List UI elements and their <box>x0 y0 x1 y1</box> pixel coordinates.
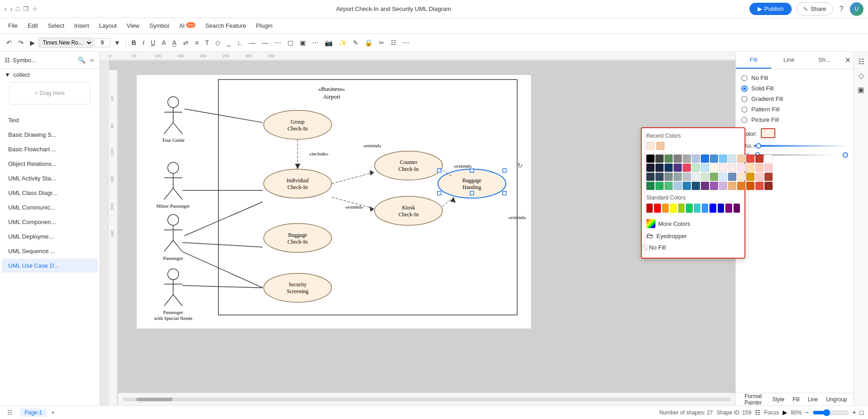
cg-r3-1[interactable] <box>646 173 655 181</box>
color-grid-5[interactable] <box>692 155 700 163</box>
std-8[interactable] <box>702 204 708 213</box>
sidebar-item-basic-drawing[interactable]: Basic Drawing S... <box>2 128 98 142</box>
cg-r3-11[interactable] <box>737 173 745 181</box>
std-12[interactable] <box>734 204 740 213</box>
sidebar-item-uml-communication[interactable]: UML Communic... <box>2 200 98 214</box>
cg-r3-8[interactable] <box>710 173 718 181</box>
eyedropper-row[interactable]: 🗁 Eyedropper <box>646 230 740 242</box>
color-grid-8[interactable] <box>719 155 727 163</box>
cg-r3-7[interactable] <box>701 173 709 181</box>
cg-r4-1[interactable] <box>646 182 655 190</box>
layers-button[interactable]: ☷ <box>755 409 760 416</box>
connector-button[interactable]: ∟ <box>234 37 246 48</box>
color-preview-swatch[interactable] <box>761 128 775 138</box>
color-grid-7[interactable] <box>710 155 718 163</box>
publish-button[interactable]: ▶ Publish <box>749 3 792 15</box>
edit-button[interactable]: ✎ <box>350 37 361 48</box>
line-style2-button[interactable]: ― <box>259 37 271 48</box>
focus-icon[interactable]: ▶ <box>783 409 787 416</box>
cg-r3-14[interactable] <box>764 173 773 181</box>
fill-option-picture[interactable]: Picture Fill <box>741 116 848 123</box>
std-7[interactable] <box>694 204 700 213</box>
cg-r2-4[interactable] <box>674 164 682 172</box>
fill-option-pattern[interactable]: Pattern Fill <box>741 106 848 113</box>
cg-r2-14[interactable] <box>764 164 773 172</box>
cg-r3-5[interactable] <box>683 173 691 181</box>
indent-button[interactable]: ≡ <box>192 37 201 48</box>
align-button[interactable]: ⇄ <box>180 37 191 48</box>
page-tab-1[interactable]: Page-1 <box>20 409 47 417</box>
menu-file[interactable]: File <box>4 20 22 31</box>
sidebar-item-basic-flowchart[interactable]: Basic Flowchart ... <box>2 142 98 156</box>
cg-r2-9[interactable] <box>719 164 727 172</box>
menu-view[interactable]: View <box>122 20 144 31</box>
std-5[interactable] <box>678 204 684 213</box>
cg-r3-2[interactable] <box>655 173 664 181</box>
panel-icon-3[interactable]: ▣ <box>856 84 866 96</box>
shape-button[interactable]: ▢ <box>285 37 296 48</box>
menu-insert[interactable]: Insert <box>70 20 94 31</box>
image-button[interactable]: 📷 <box>322 37 335 48</box>
ungroup-button[interactable]: Ungroup <box>823 395 850 404</box>
more1-button[interactable]: ⋯ <box>309 37 321 48</box>
std-11[interactable] <box>725 204 732 213</box>
cg-r2-2[interactable] <box>655 164 664 172</box>
cursor-button[interactable]: ▶ <box>27 37 38 48</box>
style-button[interactable]: Style <box>769 395 787 404</box>
cg-r4-3[interactable] <box>665 182 673 190</box>
cg-r4-5[interactable] <box>683 182 691 190</box>
share-button[interactable]: ⤡ Share <box>796 2 833 15</box>
drag-area[interactable]: + Drag Here <box>9 82 90 105</box>
cg-r3-10[interactable] <box>728 173 736 181</box>
color-white[interactable] <box>764 155 773 163</box>
menu-select[interactable]: Select <box>43 20 69 31</box>
sidebar-item-uml-deployment[interactable]: UML Deployme... <box>2 229 98 244</box>
text-style-button[interactable]: T <box>203 37 212 48</box>
shade-thumb[interactable] <box>756 143 761 149</box>
cg-r2-1[interactable] <box>646 164 655 172</box>
cg-r4-12[interactable] <box>746 182 754 190</box>
std-3[interactable] <box>662 204 669 213</box>
forward-button[interactable]: › <box>10 5 13 13</box>
cg-r3-9[interactable] <box>719 173 727 181</box>
more2-button[interactable]: ⋯ <box>400 37 412 48</box>
underline-button[interactable]: U <box>148 37 158 48</box>
cg-r3-12[interactable] <box>746 173 754 181</box>
cg-r2-3[interactable] <box>665 164 673 172</box>
fill-shape-button[interactable]: ◇ <box>213 37 223 48</box>
color-grid-4[interactable] <box>683 155 691 163</box>
fill-option-solid[interactable]: Solid Fill <box>741 85 848 92</box>
cg-r4-8[interactable] <box>710 182 718 190</box>
panel-icon-2[interactable]: ◇ <box>857 70 866 82</box>
cg-r3-13[interactable] <box>755 173 764 181</box>
shadow-button[interactable]: ▣ <box>297 37 308 48</box>
no-fill-row[interactable]: ⃠ No Fill <box>646 242 740 253</box>
fill-option-gradient[interactable]: Gradient Fill <box>741 95 848 102</box>
color-grid-9[interactable] <box>728 155 736 163</box>
cg-r2-8[interactable] <box>710 164 718 172</box>
font-size-dec[interactable]: ▼ <box>111 37 123 48</box>
cg-r2-5[interactable] <box>683 164 691 172</box>
sidebar-search-button[interactable]: 🔍 <box>77 55 86 65</box>
dots-button[interactable]: ⋯ <box>272 37 284 48</box>
recent-color-1[interactable] <box>646 142 655 150</box>
cg-r2-10[interactable] <box>728 164 736 172</box>
cg-r4-11[interactable] <box>737 182 745 190</box>
tab-fill[interactable]: Fill <box>736 52 771 69</box>
horizontal-scrollbar[interactable] <box>123 398 731 401</box>
menu-symbol[interactable]: Symbol <box>145 20 174 31</box>
diagram-canvas[interactable]: «Business» Airport Tour Guide Minor <box>136 75 531 329</box>
sidebar-item-uml-usecase[interactable]: UML Use Case D... <box>2 259 98 273</box>
cg-r2-13[interactable] <box>755 164 764 172</box>
sidebar-item-uml-class[interactable]: UML Class Diagr... <box>2 186 98 200</box>
cg-r4-2[interactable] <box>655 182 664 190</box>
std-9[interactable] <box>709 204 716 213</box>
tab-line[interactable]: Line <box>771 52 807 69</box>
cg-r4-6[interactable] <box>692 182 700 190</box>
add-page-button[interactable]: + <box>51 409 55 416</box>
line-button[interactable]: Line <box>805 395 821 404</box>
std-4[interactable] <box>670 204 676 213</box>
cg-r2-12[interactable] <box>746 164 754 172</box>
scrollbar-thumb[interactable] <box>136 398 173 401</box>
tab-shape[interactable]: Sh... <box>807 52 842 69</box>
